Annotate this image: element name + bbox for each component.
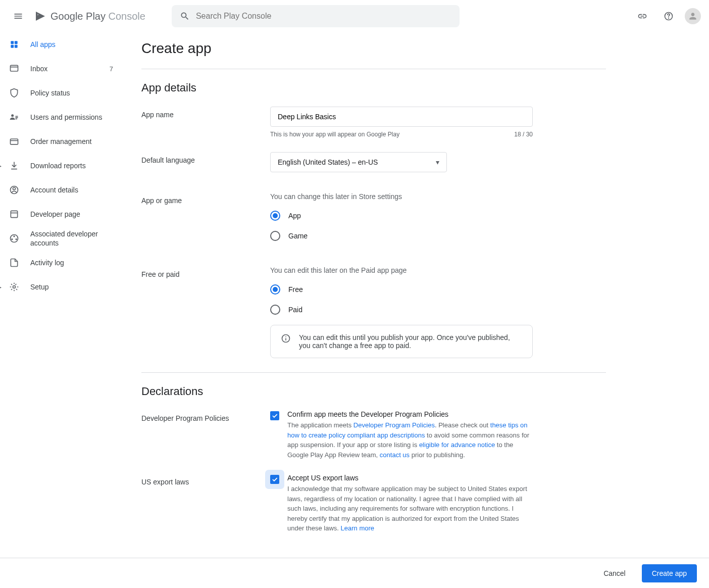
export-label: US export laws bbox=[141, 474, 270, 533]
sidebar-item-label: Policy status bbox=[30, 88, 113, 97]
svg-rect-11 bbox=[11, 211, 17, 217]
radio-icon bbox=[270, 305, 280, 315]
shield-icon bbox=[8, 88, 20, 98]
radio-free[interactable]: Free bbox=[270, 284, 533, 295]
link-advance-notice[interactable]: eligible for advance notice bbox=[419, 441, 495, 449]
sidebar-item-count: 7 bbox=[110, 65, 113, 73]
sidebar-item-associated[interactable]: Associated developer accounts bbox=[0, 226, 121, 251]
sidebar-item-inbox[interactable]: Inbox 7 bbox=[0, 57, 121, 81]
account-icon bbox=[8, 185, 20, 195]
radio-label: App bbox=[288, 212, 301, 220]
help-icon bbox=[664, 11, 674, 21]
sidebar-item-policy[interactable]: Policy status bbox=[0, 81, 121, 105]
radio-label: Free bbox=[288, 285, 303, 293]
svg-rect-3 bbox=[15, 41, 18, 44]
default-language-select[interactable]: English (United States) – en-US ▾ bbox=[270, 152, 447, 172]
app-or-game-label: App or game bbox=[141, 192, 270, 251]
policies-label: Developer Program Policies bbox=[141, 410, 270, 460]
search-input[interactable] bbox=[196, 12, 451, 21]
sidebar: All apps Inbox 7 Policy status Users and… bbox=[0, 32, 121, 588]
document-icon bbox=[8, 258, 20, 268]
menu-button[interactable] bbox=[8, 6, 28, 26]
link-icon bbox=[637, 11, 647, 21]
footer: Cancel Create app bbox=[0, 558, 709, 588]
radio-icon bbox=[270, 211, 280, 221]
page-icon bbox=[8, 209, 20, 219]
account-avatar[interactable] bbox=[685, 8, 701, 24]
hamburger-icon bbox=[13, 11, 23, 21]
info-box: You can edit this until you publish your… bbox=[270, 325, 533, 358]
create-app-button[interactable]: Create app bbox=[642, 564, 697, 582]
sidebar-item-activity[interactable]: Activity log bbox=[0, 251, 121, 275]
export-title: Accept US export laws bbox=[287, 474, 533, 482]
app-name-counter: 18 / 30 bbox=[514, 131, 533, 138]
section-declarations: Declarations bbox=[141, 385, 606, 398]
section-app-details: App details bbox=[141, 81, 606, 94]
cancel-button[interactable]: Cancel bbox=[593, 564, 636, 582]
sidebar-item-developer[interactable]: Developer page bbox=[0, 202, 121, 226]
help-button[interactable] bbox=[659, 6, 679, 26]
info-icon bbox=[281, 333, 291, 350]
chevron-right-icon: ▸ bbox=[0, 283, 2, 291]
sidebar-item-all-apps[interactable]: All apps bbox=[0, 32, 121, 57]
app-name-helper: This is how your app will appear on Goog… bbox=[270, 131, 399, 138]
select-value: English (United States) – en-US bbox=[278, 158, 378, 166]
policies-desc: The application meets Developer Program … bbox=[287, 420, 533, 460]
radio-icon bbox=[270, 231, 280, 241]
export-desc: I acknowledge that my software applicati… bbox=[287, 484, 533, 533]
sidebar-item-label: Order management bbox=[30, 137, 113, 146]
logo[interactable]: Google Play Console bbox=[34, 10, 145, 22]
policies-checkbox[interactable] bbox=[270, 411, 279, 420]
sidebar-item-download[interactable]: ▸ Download reports bbox=[0, 154, 121, 178]
svg-point-15 bbox=[16, 239, 17, 240]
dropdown-icon: ▾ bbox=[436, 158, 439, 166]
page-title: Create app bbox=[141, 40, 606, 69]
export-checkbox[interactable] bbox=[270, 475, 279, 484]
svg-point-7 bbox=[11, 114, 14, 117]
sidebar-item-account[interactable]: Account details bbox=[0, 178, 121, 202]
free-or-paid-label: Free or paid bbox=[141, 266, 270, 358]
sidebar-item-label: Associated developer accounts bbox=[30, 229, 113, 248]
radio-game[interactable]: Game bbox=[270, 231, 533, 241]
person-icon bbox=[688, 11, 698, 21]
policies-title: Confirm app meets the Developer Program … bbox=[287, 410, 533, 418]
sidebar-item-setup[interactable]: ▸ Setup bbox=[0, 275, 121, 299]
download-icon bbox=[8, 161, 20, 171]
svg-point-14 bbox=[12, 239, 13, 240]
app-name-input[interactable] bbox=[270, 107, 533, 127]
radio-icon bbox=[270, 284, 280, 295]
divider bbox=[141, 372, 606, 373]
sidebar-item-label: Setup bbox=[30, 282, 113, 291]
inbox-icon bbox=[8, 64, 20, 74]
radio-label: Game bbox=[288, 232, 308, 240]
sidebar-item-users[interactable]: Users and permissions bbox=[0, 105, 121, 129]
link-program-policies[interactable]: Developer Program Policies bbox=[353, 421, 435, 429]
sidebar-item-label: Activity log bbox=[30, 258, 113, 267]
search-box[interactable] bbox=[172, 5, 460, 27]
chevron-right-icon: ▸ bbox=[0, 162, 2, 170]
sidebar-item-label: Download reports bbox=[30, 161, 113, 170]
link-learn-more[interactable]: Learn more bbox=[341, 524, 374, 532]
svg-rect-2 bbox=[11, 41, 14, 44]
card-icon bbox=[8, 136, 20, 146]
svg-point-13 bbox=[14, 236, 15, 237]
svg-point-16 bbox=[13, 286, 16, 288]
radio-paid[interactable]: Paid bbox=[270, 305, 533, 315]
default-language-label: Default language bbox=[141, 152, 270, 172]
svg-point-1 bbox=[669, 18, 669, 18]
svg-point-10 bbox=[13, 187, 16, 190]
svg-rect-6 bbox=[11, 65, 18, 71]
check-icon bbox=[271, 476, 278, 483]
search-icon bbox=[180, 11, 190, 21]
info-box-text: You can edit this until you publish your… bbox=[299, 333, 522, 350]
sidebar-item-label: Account details bbox=[30, 185, 113, 194]
link-button[interactable] bbox=[632, 6, 652, 26]
link-contact-us[interactable]: contact us bbox=[380, 451, 410, 459]
apps-icon bbox=[8, 39, 20, 50]
free-or-paid-info: You can edit this later on the Paid app … bbox=[270, 266, 533, 274]
group-icon bbox=[8, 233, 20, 243]
radio-app[interactable]: App bbox=[270, 211, 533, 221]
app-name-label: App name bbox=[141, 107, 270, 138]
sidebar-item-label: All apps bbox=[30, 40, 113, 49]
sidebar-item-order[interactable]: Order management bbox=[0, 129, 121, 154]
